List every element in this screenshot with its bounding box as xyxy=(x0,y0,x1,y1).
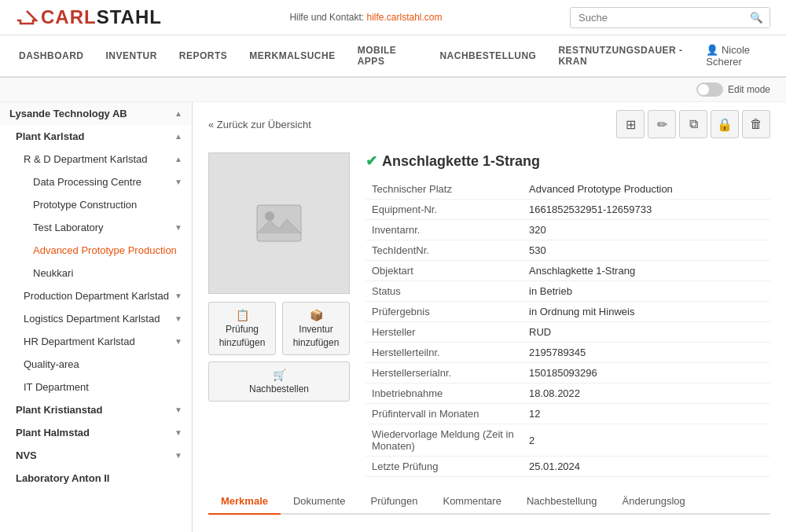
info-row: TechIdentNr.530 xyxy=(365,240,770,261)
breadcrumb[interactable]: Zurück zur Übersicht xyxy=(208,119,311,130)
chevron-down-icon xyxy=(174,223,182,232)
info-value: 2 xyxy=(523,424,770,457)
add-pruefung-button[interactable]: 📋 Prüfung hinzufügen xyxy=(208,302,276,355)
user-menu[interactable]: Nicole Scherer xyxy=(706,44,778,68)
sidebar-item-neukkari[interactable]: Neukkari xyxy=(0,262,192,284)
info-row: Wiedervorlage Meldung (Zeit in Monaten)2 xyxy=(365,424,770,457)
nav-nachbestellung[interactable]: NACHBESTELLUNG xyxy=(428,41,547,72)
sidebar-item-rd-karlstad[interactable]: R & D Department Karlstad xyxy=(0,148,192,171)
cart-icon: 🛒 xyxy=(273,369,286,381)
chevron-down-icon xyxy=(174,178,182,186)
info-row: HerstellerRUD xyxy=(365,322,770,343)
nav-merkmalsuche[interactable]: MERKMALSUCHE xyxy=(238,41,346,72)
sidebar-item-quality-area[interactable]: Quality-area xyxy=(0,353,192,376)
info-label: Equipment-Nr. xyxy=(365,200,523,220)
tab-kommentare[interactable]: Kommentare xyxy=(430,489,513,515)
tab-dokumente[interactable]: Dokumente xyxy=(281,489,358,515)
sidebar-item-data-processing[interactable]: Data Processing Centre xyxy=(0,171,192,193)
logo-text: CARLSTAHL xyxy=(41,6,162,28)
info-label: Prüfintervall in Monaten xyxy=(365,404,523,424)
action-buttons: 📋 Prüfung hinzufügen 📦 Inventur hinzufüg… xyxy=(208,302,350,402)
search-input[interactable] xyxy=(571,8,744,28)
help-label: Hilfe und Kontakt: xyxy=(289,12,364,23)
nachbestellen-button[interactable]: 🛒 Nachbestellen xyxy=(208,361,350,402)
sidebar-item-lysande[interactable]: Lysande Technology AB xyxy=(0,102,192,125)
check-icon: ✔ xyxy=(365,152,377,170)
info-label: Herstellerserialnr. xyxy=(365,363,523,383)
logo: CARLSTAHL xyxy=(16,6,162,28)
tab-pruefungen[interactable]: Prüfungen xyxy=(358,489,430,515)
info-label: Letzte Prüfung xyxy=(365,457,523,477)
tab-aenderungslog[interactable]: Änderungslog xyxy=(610,489,698,515)
lock-button[interactable]: 🔒 xyxy=(711,110,739,138)
sidebar-item-advanced-prototype[interactable]: Advanced Prototype Production xyxy=(0,239,192,262)
info-value: 530 xyxy=(523,240,770,261)
info-value: Advanced Prototype Production xyxy=(523,179,770,200)
prop-row: Zulässige Nutzlast [kg]:1000 xyxy=(210,528,769,532)
top-bar: CARLSTAHL Hilfe und Kontakt: hilfe.carls… xyxy=(0,0,786,35)
info-label: Inbetriebnahme xyxy=(365,383,523,404)
info-row: Inventarnr.320 xyxy=(365,220,770,240)
sidebar-item-it-department[interactable]: IT Department xyxy=(0,376,192,398)
sidebar-item-logistics-karlstad[interactable]: Logistics Department Karlstad xyxy=(0,307,192,330)
edit-button[interactable]: ✏ xyxy=(648,110,676,138)
info-value: 1661852532951-12659733 xyxy=(523,200,770,220)
tab-nachbestellung[interactable]: Nachbestellung xyxy=(514,489,610,515)
edit-mode-bar: Edit mode xyxy=(0,78,786,102)
edit-mode-toggle[interactable] xyxy=(696,83,723,97)
nav-reports[interactable]: REPORTS xyxy=(168,41,239,72)
info-label: Objektart xyxy=(365,261,523,281)
info-label: Wiedervorlage Meldung (Zeit in Monaten) xyxy=(365,424,523,457)
sidebar-item-plant-kristianstad[interactable]: Plant Kristianstad xyxy=(0,398,192,421)
detail-title: ✔ Anschlagkette 1-Strang xyxy=(365,152,770,170)
sidebar-item-laboratory-anton[interactable]: Laboratory Anton II xyxy=(0,467,192,490)
sidebar-item-plant-halmstad[interactable]: Plant Halmstad xyxy=(0,421,192,444)
info-row: ObjektartAnschlagkette 1-Strang xyxy=(365,261,770,281)
nav-bar: DASHBOARD INVENTUR REPORTS MERKMALSUCHE … xyxy=(0,35,786,78)
chevron-down-icon xyxy=(174,428,182,437)
info-value: RUD xyxy=(523,322,770,343)
info-row: Letzte Prüfung25.01.2024 xyxy=(365,457,770,477)
nav-inventur[interactable]: INVENTUR xyxy=(95,41,168,72)
svg-point-1 xyxy=(265,211,274,221)
logo-icon xyxy=(16,9,38,25)
sidebar-item-test-laboratory[interactable]: Test Laboratory xyxy=(0,216,192,239)
prop-label: Zulässige Nutzlast [kg]: xyxy=(210,528,430,532)
info-row: Inbetriebnahme18.08.2022 xyxy=(365,383,770,404)
info-value: 320 xyxy=(523,220,770,240)
prop-value: 1000 xyxy=(432,528,769,532)
copy-button[interactable]: ⧉ xyxy=(679,110,707,138)
sidebar-item-nvs[interactable]: NVS xyxy=(0,444,192,467)
nav-mobile-apps[interactable]: MOBILE APPS xyxy=(347,35,429,78)
tab-merkmale[interactable]: Merkmale xyxy=(208,489,281,515)
help-link[interactable]: hilfe.carlstahl.com xyxy=(366,12,442,23)
delete-button[interactable]: 🗑 xyxy=(742,110,770,138)
add-inventur-button[interactable]: 📦 Inventur hinzufügen xyxy=(282,302,350,355)
info-value: 2195789345 xyxy=(523,343,770,363)
nav-restnutzung[interactable]: RESTNUTZUNGSDAUER - KRAN xyxy=(547,35,706,78)
search-button[interactable]: 🔍 xyxy=(744,8,769,28)
info-row: Herstellerserialnr.150185093296 xyxy=(365,363,770,383)
sidebar-item-prototype-construction[interactable]: Prototype Construction xyxy=(0,193,192,216)
info-row: Prüfergebnisin Ordnung mit Hinweis xyxy=(365,302,770,322)
chevron-down-icon xyxy=(174,314,182,323)
info-label: Herstellerteilnr. xyxy=(365,343,523,363)
info-value: 150185093296 xyxy=(523,363,770,383)
nav-dashboard[interactable]: DASHBOARD xyxy=(8,41,95,72)
info-value: in Betrieb xyxy=(523,281,770,302)
info-value: 18.08.2022 xyxy=(523,383,770,404)
sidebar-item-plant-karlstad[interactable]: Plant Karlstad xyxy=(0,125,192,148)
sidebar: Lysande Technology AB Plant Karlstad R &… xyxy=(0,102,193,532)
grid-view-button[interactable]: ⊞ xyxy=(616,110,645,138)
content-area: Zurück zur Übersicht ⊞ ✏ ⧉ 🔒 🗑 xyxy=(193,102,786,532)
info-value: 25.01.2024 xyxy=(523,457,770,477)
edit-mode-label: Edit mode xyxy=(728,84,770,95)
info-label: Technischer Platz xyxy=(365,179,523,200)
detail-left: 📋 Prüfung hinzufügen 📦 Inventur hinzufüg… xyxy=(208,152,350,477)
product-image xyxy=(208,152,350,294)
help-area: Hilfe und Kontakt: hilfe.carlstahl.com xyxy=(289,12,442,23)
sidebar-item-production-karlstad[interactable]: Production Department Karlstad xyxy=(0,284,192,307)
action-btn-row-2: 🛒 Nachbestellen xyxy=(208,361,350,402)
sidebar-item-hr-karlstad[interactable]: HR Department Karlstad xyxy=(0,330,192,353)
info-row: Statusin Betrieb xyxy=(365,281,770,302)
